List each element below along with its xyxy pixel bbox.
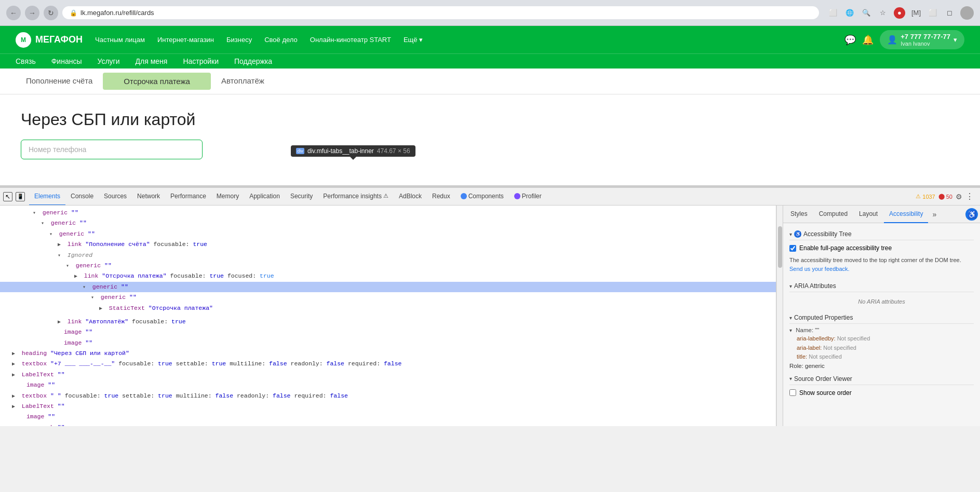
show-source-order-checkbox[interactable] (789, 389, 796, 396)
tree-arrow-heading[interactable]: ▶ (12, 350, 18, 358)
tree-arrow-ignored[interactable]: ▾ (58, 252, 64, 260)
computed-properties-section-header[interactable]: ▾ Computed Properties (789, 311, 974, 324)
tree-line-selected[interactable]: ▾ generic "" (0, 282, 776, 292)
extension-icon-2[interactable]: ⬜ (927, 7, 938, 19)
dropdown-arrow[interactable]: ▾ (954, 36, 957, 44)
nav-business[interactable]: Бизнесу (226, 36, 252, 44)
devtools-tab-network[interactable]: Network (132, 188, 165, 206)
tree-arrow[interactable]: ▾ (66, 262, 72, 270)
tree-line-textbox1: ▶ textbox "+7 ___ ___-__-__" focusable: … (0, 359, 776, 369)
right-panel-tabs: Styles Computed Layout Accessibility » ♿ (783, 206, 980, 223)
address-bar[interactable]: 🔒 lk.megafon.ru/refill/cards (62, 6, 819, 19)
right-tab-computed[interactable]: Computed (814, 206, 853, 223)
page-content: div div.mfui-tabs__tab-inner 474.67 × 56… (0, 69, 980, 185)
nav-svyaz[interactable]: Связь (16, 57, 36, 65)
nav-support[interactable]: Поддержка (234, 57, 272, 65)
elements-scrollbar[interactable] (776, 206, 783, 426)
tree-arrow-para[interactable]: ▶ (12, 424, 18, 426)
devtools-tab-security[interactable]: Security (285, 188, 318, 206)
warning-count[interactable]: ⚠ 1037 (916, 193, 935, 200)
nav-finance[interactable]: Финансы (51, 57, 82, 65)
refresh-button[interactable]: ↻ (44, 6, 58, 20)
megafon-logo: М МЕГАФОН (16, 32, 83, 48)
devtools-tab-elements[interactable]: Elements (29, 188, 65, 206)
tree-arrow-textbox1[interactable]: ▶ (12, 360, 18, 368)
device-toolbar-button[interactable]: 📱 (16, 192, 25, 201)
devtools-tab-redux[interactable]: Redux (427, 188, 455, 206)
components-icon (461, 193, 467, 199)
enable-accessibility-checkbox[interactable] (789, 245, 796, 252)
nav-forme[interactable]: Для меня (136, 57, 168, 65)
tree-arrow-label1[interactable]: ▶ (12, 371, 18, 379)
back-button[interactable]: ← (6, 6, 21, 20)
page-title: Через СБП или картой (21, 110, 959, 129)
tree-arrow[interactable]: ▾ (91, 294, 97, 302)
forward-button[interactable]: → (25, 6, 39, 20)
show-source-order-checkbox-row: Show source order (789, 387, 974, 399)
right-tab-layout[interactable]: Layout (854, 206, 883, 223)
tree-arrow[interactable]: ▾ (41, 220, 47, 228)
settings-icon[interactable]: ⚙ (956, 193, 962, 201)
devtools-tab-application[interactable]: Application (244, 188, 285, 206)
bookmark-icon[interactable]: ☆ (877, 7, 889, 19)
feedback-link[interactable]: Send us your feedback. (789, 266, 850, 272)
accessibility-tree-section-header[interactable]: ▾ ♿ Accessibility Tree (789, 227, 974, 240)
extension-icon-m[interactable]: [M] (910, 7, 922, 19)
tab-autopayment[interactable]: Автоплатёж (211, 69, 275, 94)
cast-icon[interactable]: ⬜ (827, 7, 839, 19)
inspect-element-button[interactable]: ↖ (3, 192, 12, 201)
zoom-icon[interactable]: 🔍 (861, 7, 872, 19)
tree-arrow-label2[interactable]: ▶ (12, 403, 18, 411)
extension-icon-red[interactable]: ● (894, 7, 905, 19)
devtools-tab-sources[interactable]: Sources (99, 188, 132, 206)
tree-arrow[interactable]: ▾ (49, 230, 56, 239)
no-aria-text: No ARIA attributes (789, 294, 974, 309)
tab-delayed-payment[interactable]: Отсрочка платежа (103, 73, 211, 90)
show-source-order-label: Show source order (799, 389, 852, 397)
devtools-tab-components[interactable]: Components (455, 188, 509, 206)
tree-arrow-selected[interactable]: ▾ (83, 283, 89, 292)
nav-private[interactable]: Частным лицам (95, 36, 145, 44)
nav-settings[interactable]: Настройки (183, 57, 219, 65)
name-arrow[interactable]: ▾ (789, 327, 792, 333)
title-field: title: Not specified (797, 352, 974, 362)
tree-arrow-link2[interactable]: ▶ (74, 272, 80, 281)
nav-cinema[interactable]: Онлайн-кинотеатр START (310, 36, 391, 44)
right-tab-styles[interactable]: Styles (785, 206, 813, 223)
devtools-tab-memory[interactable]: Memory (211, 188, 244, 206)
error-count[interactable]: ⬤ 50 (938, 193, 952, 200)
scrollbar-thumb[interactable] (778, 226, 782, 268)
chat-icon[interactable]: 💬 (844, 34, 856, 46)
devtools-tab-performance-insights[interactable]: Performance insights ⚠ (318, 188, 394, 206)
window-icon[interactable]: ◻ (944, 7, 955, 19)
devtools-tab-console[interactable]: Console (65, 188, 99, 206)
tree-arrow-textbox2[interactable]: ▶ (12, 392, 18, 401)
nav-own-biz[interactable]: Своё дело (264, 36, 298, 44)
bell-icon[interactable]: 🔔 (862, 34, 874, 46)
user-name: Ivan Ivanov (901, 40, 950, 47)
nav-shop[interactable]: Интернет-магазин (157, 36, 214, 44)
nav-services[interactable]: Услуги (97, 57, 119, 65)
user-phone[interactable]: 👤 +7 777 77-77-77 Ivan Ivanov ▾ (880, 30, 964, 49)
right-tab-accessibility[interactable]: Accessibility (884, 206, 928, 223)
devtools-tab-adblock[interactable]: AdBlock (394, 188, 427, 206)
tree-arrow[interactable]: ▾ (33, 209, 39, 217)
devtools-tab-performance[interactable]: Performance (165, 188, 211, 206)
tree-arrow-link3[interactable]: ▶ (58, 318, 64, 326)
tooltip-tag-name: div.mfui-tabs__tab-inner (307, 147, 374, 155)
profile-avatar[interactable] (960, 6, 974, 20)
nav-more[interactable]: Ещё ▾ (404, 36, 423, 44)
right-panel-more[interactable]: » (930, 210, 938, 218)
accessibility-icon-topright: ♿ (965, 208, 978, 221)
computed-properties-content: ▾ Name: "" aria-labelledby: Not specifie… (789, 326, 974, 370)
phone-input[interactable]: Номер телефона (21, 140, 203, 159)
tree-arrow-link1[interactable]: ▶ (58, 241, 64, 249)
devtools-tab-profiler[interactable]: Profiler (509, 188, 547, 206)
aria-attributes-section-header[interactable]: ▾ ARIA Attributes (789, 279, 974, 292)
tree-arrow-static[interactable]: ▶ (99, 305, 105, 313)
tab-account-top-up[interactable]: Пополнение счёта (16, 69, 103, 94)
more-icon[interactable]: ⋮ (965, 192, 974, 201)
tree-line: ▶ link "Автоплатёж" focusable: true (0, 317, 776, 327)
source-order-section-header[interactable]: ▾ Source Order Viewer (789, 372, 974, 385)
translate-icon[interactable]: 🌐 (844, 7, 855, 19)
